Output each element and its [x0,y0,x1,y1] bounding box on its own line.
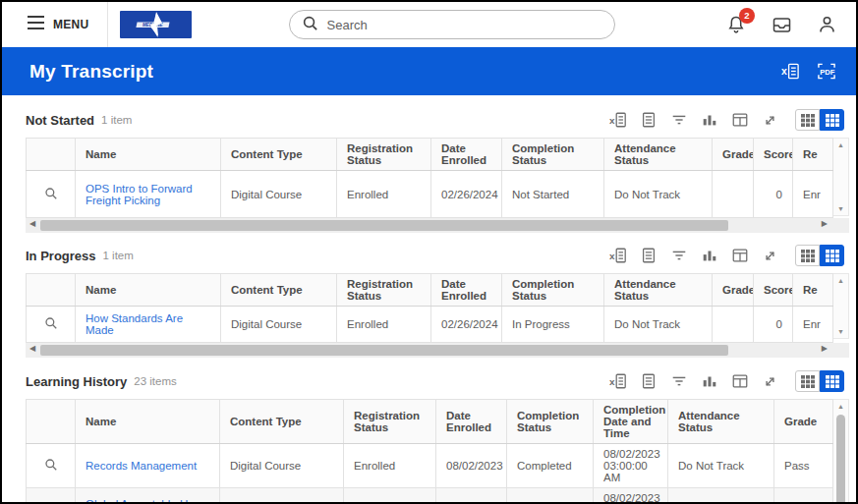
scrollbar-thumb[interactable] [40,220,728,231]
section-in-progress: In Progress 1 item x Name [26,233,844,358]
column-header[interactable]: Completion Status [502,139,604,171]
column-header[interactable]: Re [793,274,833,307]
horizontal-scrollbar[interactable]: ◀ ▶ [26,343,833,358]
medline-logo[interactable]: MEDLINE MEDLINE [120,11,192,38]
cell: 0 [754,171,793,218]
svg-text:x: x [609,115,615,126]
chart-icon[interactable] [701,372,718,390]
vertical-scrollbar[interactable]: ▲ [833,399,849,504]
cell: In Progress [502,307,604,343]
filter-icon[interactable] [670,111,688,129]
grid-toolbar: x [609,109,844,131]
printable-view-icon[interactable] [640,372,658,390]
column-header[interactable]: Re [793,139,833,171]
filter-icon[interactable] [670,247,688,264]
filter-icon[interactable] [670,372,688,390]
scroll-down-icon[interactable]: ▼ [833,328,848,335]
column-header[interactable]: Completion Date and Time [594,400,668,444]
cell: Digital Course [220,444,344,488]
column-header[interactable]: Attendance Status [668,400,774,444]
row-magnifier-icon[interactable] [44,320,58,332]
expand-icon[interactable] [762,112,778,129]
column-header[interactable]: Score [754,139,793,171]
column-header[interactable]: Grade [713,139,754,171]
course-link[interactable]: Records Management [86,460,197,472]
table-view-toggle[interactable] [795,109,820,131]
column-header[interactable]: Completion Status [502,274,604,307]
grid-view-toggle[interactable] [820,109,844,131]
svg-text:PDF: PDF [820,68,835,77]
column-header[interactable]: Registration Status [337,274,431,307]
column-header[interactable]: Date Enrolled [431,274,502,307]
row-magnifier-icon[interactable] [44,191,58,202]
column-header[interactable]: Content Type [221,274,337,307]
scrollbar-thumb[interactable] [40,345,728,356]
inbox-button[interactable] [772,16,792,34]
course-link[interactable]: Global Acceptable Use Policy [86,498,200,504]
global-search[interactable] [289,10,615,39]
printable-view-icon[interactable] [640,111,658,129]
scroll-up-icon[interactable]: ▲ [833,403,848,410]
profile-button[interactable] [818,15,836,34]
export-excel-icon[interactable]: x [609,247,627,264]
section-not-started: Not Started 1 item x Name [26,95,844,233]
vertical-scrollbar[interactable]: ▲ ▼ [833,138,849,216]
cell: 08/02/2023 03:00:00 AM [594,444,668,488]
scroll-down-icon[interactable]: ▼ [833,205,848,212]
column-header[interactable]: Name [76,139,221,171]
column-header[interactable]: Grade [774,400,833,444]
search-input[interactable] [327,18,602,32]
grid-view-toggle[interactable] [820,370,844,392]
table-view-toggle[interactable] [795,245,820,266]
table-view-toggle[interactable] [795,370,820,392]
column-header[interactable]: Date Enrolled [436,400,507,444]
scrollbar-thumb[interactable] [836,415,845,504]
course-link[interactable]: OPS Intro to Forward Freight Picking [86,183,193,206]
vertical-scrollbar[interactable]: ▲ ▼ [833,273,849,339]
column-header[interactable]: Attendance Status [604,274,713,307]
manage-columns-icon[interactable] [731,372,749,390]
column-header[interactable]: Completion Status [507,400,594,444]
column-header[interactable]: Name [76,274,221,307]
not-started-table: Name Content Type Registration Status Da… [26,138,848,233]
export-pdf-icon[interactable]: PDF [817,62,836,81]
column-header[interactable]: Registration Status [337,139,431,171]
printable-view-icon[interactable] [640,247,658,264]
scroll-left-icon[interactable]: ◀ [29,219,35,228]
column-header[interactable]: Name [76,400,220,444]
column-header[interactable]: Content Type [220,400,344,444]
table-row: Records Management Digital Course Enroll… [27,444,833,488]
column-header[interactable]: Score [754,274,793,307]
inbox-icon [772,16,792,34]
header-row: Name Content Type Registration Status Da… [27,400,833,444]
scroll-right-icon[interactable]: ▶ [822,344,828,353]
column-header[interactable]: Grade [713,274,754,307]
manage-columns-icon[interactable] [731,111,749,129]
column-header[interactable]: Content Type [221,139,337,171]
export-excel-icon[interactable]: x [781,62,800,81]
row-magnifier-icon[interactable] [44,462,58,474]
export-excel-icon[interactable]: x [609,372,627,390]
scroll-up-icon[interactable]: ▲ [833,141,848,148]
chart-icon[interactable] [701,247,718,264]
scroll-right-icon[interactable]: ▶ [822,219,828,228]
scroll-up-icon[interactable]: ▲ [833,277,848,284]
chart-icon[interactable] [701,111,718,129]
column-header[interactable]: Registration Status [344,400,436,444]
course-link[interactable]: How Standards Are Made [86,312,183,336]
expand-icon[interactable] [762,248,778,264]
notifications-button[interactable]: 2 [726,15,746,35]
expand-icon[interactable] [762,373,778,390]
topbar-divider [107,2,108,47]
scroll-left-icon[interactable]: ◀ [29,344,35,353]
section-title: In Progress [26,249,96,263]
horizontal-scrollbar[interactable]: ◀ ▶ [26,218,833,233]
menu-button[interactable]: MENU [28,16,89,33]
grid-view-toggle[interactable] [820,245,844,266]
column-header[interactable]: Attendance Status [604,139,713,171]
manage-columns-icon[interactable] [731,247,749,264]
hamburger-icon [28,16,44,33]
export-excel-icon[interactable]: x [609,111,627,129]
cell: Digital Course [220,488,344,504]
column-header[interactable]: Date Enrolled [431,139,502,171]
